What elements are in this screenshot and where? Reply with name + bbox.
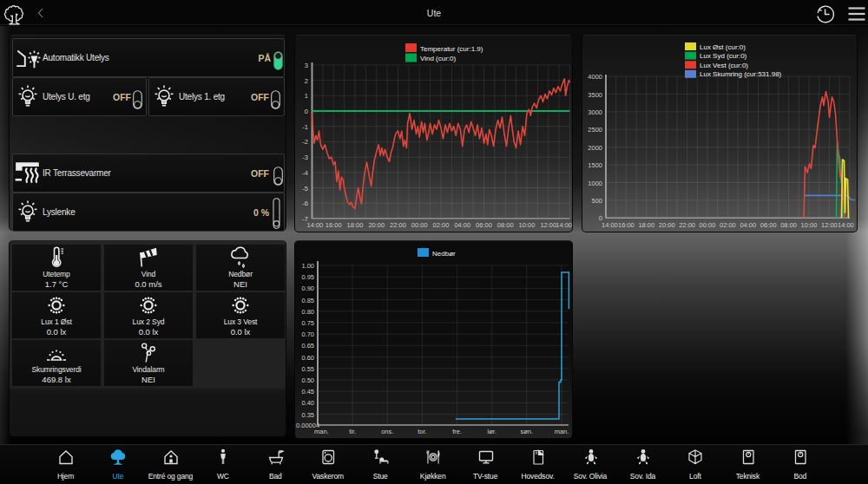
svg-text:0.40: 0.40: [301, 399, 314, 407]
svg-text:08:00: 08:00: [497, 221, 514, 229]
svg-text:1000: 1000: [588, 180, 602, 187]
svg-text:Temperatur (cur:1.9): Temperatur (cur:1.9): [420, 45, 483, 53]
svg-text:-1: -1: [302, 123, 308, 131]
svg-text:10:00: 10:00: [801, 221, 818, 229]
svg-text:02:00: 02:00: [433, 221, 450, 229]
svg-text:0.60: 0.60: [301, 354, 314, 362]
svg-text:lør.: lør.: [487, 428, 496, 435]
svg-text:0: 0: [305, 108, 308, 115]
svg-text:Lux Øst (cur:0): Lux Øst (cur:0): [700, 43, 746, 51]
svg-text:Lux Syd (cur:0): Lux Syd (cur:0): [700, 52, 747, 60]
svg-text:14:00: 14:00: [307, 221, 324, 229]
svg-text:0.35: 0.35: [301, 411, 314, 419]
svg-text:tor.: tor.: [418, 428, 426, 435]
svg-text:3: 3: [305, 62, 308, 69]
svg-text:10:00: 10:00: [519, 221, 536, 229]
svg-text:man.: man.: [555, 428, 569, 435]
svg-text:20:00: 20:00: [659, 221, 675, 229]
svg-text:18:00: 18:00: [347, 221, 364, 229]
svg-text:04:00: 04:00: [454, 221, 470, 229]
svg-text:1500: 1500: [588, 161, 602, 169]
svg-text:2: 2: [305, 77, 308, 85]
svg-text:-5: -5: [302, 185, 308, 193]
svg-text:0.65: 0.65: [301, 342, 314, 350]
svg-text:Lux Skumring (cur:531.98): Lux Skumring (cur:531.98): [700, 70, 782, 78]
svg-text:tir.: tir.: [349, 428, 356, 435]
svg-text:0.00004: 0.00004: [296, 422, 319, 429]
svg-text:16:00: 16:00: [618, 221, 635, 229]
svg-text:Vind (cur:0): Vind (cur:0): [420, 55, 457, 62]
svg-text:0.45: 0.45: [301, 388, 314, 396]
svg-text:02:00: 02:00: [720, 221, 736, 229]
svg-text:500: 500: [591, 197, 602, 205]
svg-text:4000: 4000: [588, 73, 602, 81]
svg-text:0.90: 0.90: [301, 285, 314, 292]
svg-text:14:00: 14:00: [602, 221, 618, 229]
svg-text:06:00: 06:00: [476, 221, 492, 229]
svg-text:1: 1: [305, 92, 308, 100]
svg-text:06:00: 06:00: [760, 221, 777, 229]
svg-text:0.55: 0.55: [301, 365, 314, 373]
svg-text:08:00: 08:00: [780, 221, 797, 229]
svg-text:12:00: 12:00: [540, 221, 556, 229]
svg-text:søn.: søn.: [521, 428, 534, 435]
svg-text:2000: 2000: [588, 144, 602, 152]
svg-text:-2: -2: [302, 138, 308, 146]
svg-text:00:00: 00:00: [700, 221, 716, 229]
svg-text:3500: 3500: [588, 91, 602, 99]
svg-text:0.75: 0.75: [301, 319, 314, 327]
svg-text:ons.: ons.: [381, 428, 393, 435]
svg-text:Nedbør: Nedbør: [432, 250, 456, 258]
svg-text:-4: -4: [302, 169, 308, 177]
svg-text:Lux Vest (cur:0): Lux Vest (cur:0): [700, 62, 748, 69]
svg-text:0.80: 0.80: [301, 308, 314, 316]
svg-text:0.85: 0.85: [301, 297, 314, 304]
svg-text:16:00: 16:00: [326, 221, 342, 229]
svg-text:-6: -6: [302, 199, 308, 207]
svg-text:2500: 2500: [588, 126, 602, 134]
svg-text:20:00: 20:00: [368, 221, 385, 229]
svg-text:04:00: 04:00: [740, 221, 756, 229]
svg-text:22:00: 22:00: [390, 221, 406, 229]
svg-text:0.50: 0.50: [301, 376, 314, 384]
svg-text:1.00: 1.00: [301, 262, 314, 270]
svg-text:3000: 3000: [588, 108, 602, 116]
svg-text:-3: -3: [302, 154, 308, 161]
svg-text:22:00: 22:00: [679, 221, 695, 229]
svg-text:0.95: 0.95: [301, 273, 314, 281]
svg-text:18:00: 18:00: [638, 221, 654, 229]
svg-text:00:00: 00:00: [411, 221, 428, 229]
svg-text:14:00: 14:00: [556, 221, 572, 229]
svg-text:14:00: 14:00: [838, 221, 854, 229]
svg-text:12:00: 12:00: [821, 221, 838, 229]
svg-text:0.70: 0.70: [301, 330, 314, 338]
svg-text:fre.: fre.: [452, 428, 462, 435]
